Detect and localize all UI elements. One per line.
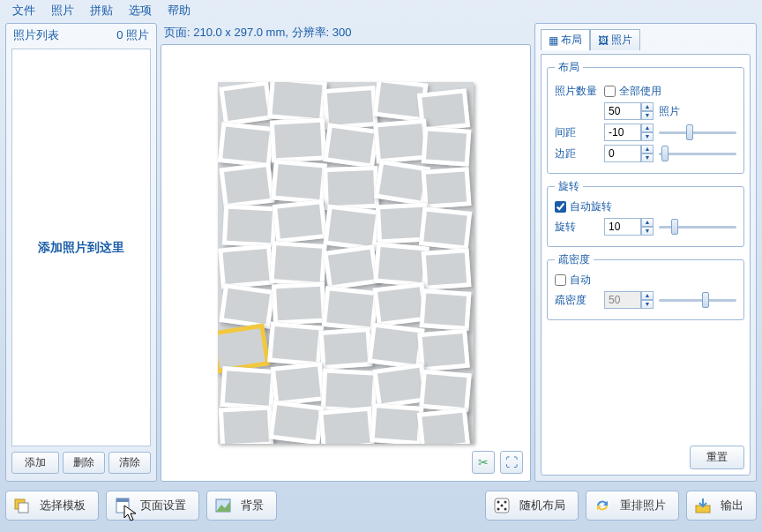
rotation-slider[interactable] xyxy=(659,219,736,235)
tab-photo[interactable]: 🖼照片 xyxy=(590,29,640,50)
menu-photo[interactable]: 照片 xyxy=(44,0,81,21)
menu-options[interactable]: 选项 xyxy=(122,0,159,21)
photo-placeholder[interactable] xyxy=(219,162,274,209)
menu-help[interactable]: 帮助 xyxy=(161,0,198,21)
photo-placeholder[interactable] xyxy=(219,82,273,126)
auto-density-input[interactable] xyxy=(555,274,566,286)
template-button[interactable]: 选择模板 xyxy=(5,491,99,521)
margin-slider[interactable] xyxy=(659,146,736,161)
shuffle-label: 随机布局 xyxy=(519,498,565,513)
svg-point-10 xyxy=(497,508,500,511)
photo-count: 0 照片 xyxy=(116,27,149,43)
photo-placeholder[interactable] xyxy=(219,283,275,329)
delete-button[interactable]: 删除 xyxy=(63,452,105,474)
svg-rect-3 xyxy=(116,498,129,502)
collage-canvas[interactable] xyxy=(218,82,474,444)
photo-placeholder[interactable] xyxy=(422,167,472,209)
photo-placeholder[interactable] xyxy=(267,82,327,124)
spacing-slider[interactable] xyxy=(659,124,736,140)
rotation-spinner[interactable]: ▲▼ xyxy=(604,218,654,236)
spin-up-icon[interactable]: ▲ xyxy=(641,291,654,300)
spacing-spinner[interactable]: ▲▼ xyxy=(604,124,654,141)
photo-placeholder[interactable] xyxy=(271,159,327,204)
spin-up-icon[interactable]: ▲ xyxy=(641,218,654,227)
photo-list-panel: 照片列表 0 照片 添加照片到这里 添加 删除 清除 xyxy=(5,23,157,482)
photo-placeholder[interactable] xyxy=(417,329,470,372)
svg-rect-1 xyxy=(19,503,28,513)
photo-placeholder[interactable] xyxy=(322,286,378,332)
dice-icon xyxy=(493,497,511,514)
photo-placeholder[interactable] xyxy=(373,242,430,287)
rotation-group: 旋转 自动旋转 旋转 ▲▼ xyxy=(547,179,744,247)
crop-tool[interactable]: ✂ xyxy=(472,451,495,474)
margin-spinner[interactable]: ▲▼ xyxy=(604,145,654,162)
use-all-label: 全部使用 xyxy=(619,84,661,99)
count-spinner[interactable]: ▲▼ xyxy=(604,102,654,120)
margin-input[interactable] xyxy=(604,145,641,162)
spin-up-icon[interactable]: ▲ xyxy=(641,124,654,132)
photo-placeholder[interactable] xyxy=(222,204,277,247)
rotation-input[interactable] xyxy=(604,218,641,236)
spin-down-icon[interactable]: ▼ xyxy=(641,227,654,236)
photo-placeholder[interactable] xyxy=(422,248,472,290)
spacing-input[interactable] xyxy=(604,124,641,141)
page-icon xyxy=(114,497,131,514)
photo-placeholder[interactable] xyxy=(269,241,326,287)
photo-placeholder[interactable] xyxy=(218,244,274,288)
photo-placeholder[interactable] xyxy=(273,199,327,244)
menu-file[interactable]: 文件 xyxy=(5,0,42,21)
photo-placeholder[interactable] xyxy=(269,401,325,444)
menu-collage[interactable]: 拼贴 xyxy=(83,0,120,21)
rearrange-button[interactable]: 重排照片 xyxy=(586,491,679,521)
photo-placeholder[interactable] xyxy=(419,206,472,251)
spin-up-icon[interactable]: ▲ xyxy=(641,145,654,154)
photo-placeholder[interactable] xyxy=(218,122,274,168)
photo-placeholder[interactable] xyxy=(272,281,326,325)
photo-placeholder[interactable] xyxy=(323,166,379,210)
photo-placeholder[interactable] xyxy=(270,117,326,162)
density-input xyxy=(604,291,641,309)
photo-placeholder[interactable] xyxy=(323,123,379,169)
photo-dropzone[interactable]: 添加照片到这里 xyxy=(11,49,151,446)
tab-photo-label: 照片 xyxy=(611,33,632,48)
spin-up-icon[interactable]: ▲ xyxy=(641,102,654,111)
photo-placeholder[interactable] xyxy=(219,405,273,444)
density-slider[interactable] xyxy=(659,292,736,308)
photo-placeholder[interactable] xyxy=(422,126,472,167)
spin-down-icon[interactable]: ▼ xyxy=(641,300,654,309)
clear-button[interactable]: 清除 xyxy=(108,452,151,474)
auto-rotate-checkbox[interactable]: 自动旋转 xyxy=(555,199,736,214)
spin-down-icon[interactable]: ▼ xyxy=(641,111,654,120)
auto-density-checkbox[interactable]: 自动 xyxy=(555,273,736,288)
page-setup-button[interactable]: 页面设置 xyxy=(106,491,199,521)
photo-placeholder[interactable] xyxy=(420,288,472,331)
count-input[interactable] xyxy=(604,102,641,120)
use-all-input[interactable] xyxy=(604,86,616,97)
refresh-icon xyxy=(594,497,611,514)
photo-placeholder[interactable] xyxy=(417,408,470,444)
spin-down-icon[interactable]: ▼ xyxy=(641,132,654,141)
photo-placeholder[interactable] xyxy=(370,403,424,444)
photo-placeholder[interactable] xyxy=(318,406,375,444)
export-button[interactable]: 输出 xyxy=(686,491,757,521)
tab-layout[interactable]: ▦布局 xyxy=(541,29,590,50)
shuffle-button[interactable]: 随机布局 xyxy=(485,491,579,521)
add-button[interactable]: 添加 xyxy=(11,452,59,474)
background-button[interactable]: 背景 xyxy=(206,491,277,521)
density-spinner[interactable]: ▲▼ xyxy=(604,291,654,309)
photo-placeholder[interactable] xyxy=(319,327,373,370)
use-all-checkbox[interactable]: 全部使用 xyxy=(604,84,661,99)
photo-placeholder[interactable] xyxy=(419,370,472,413)
photo-placeholder[interactable] xyxy=(367,323,424,370)
photo-placeholder[interactable] xyxy=(267,321,324,366)
export-label: 输出 xyxy=(721,498,743,513)
image-icon: 🖼 xyxy=(598,34,609,47)
photo-placeholder[interactable] xyxy=(220,366,275,410)
reset-button[interactable]: 重置 xyxy=(690,446,744,469)
menubar: 文件 照片 拼贴 选项 帮助 xyxy=(0,0,762,21)
photo-placeholder[interactable] xyxy=(271,362,325,406)
photo-placeholder[interactable] xyxy=(323,244,379,290)
auto-rotate-input[interactable] xyxy=(555,201,566,213)
spin-down-icon[interactable]: ▼ xyxy=(641,154,654,162)
fit-tool[interactable]: ⛶ xyxy=(500,451,523,474)
